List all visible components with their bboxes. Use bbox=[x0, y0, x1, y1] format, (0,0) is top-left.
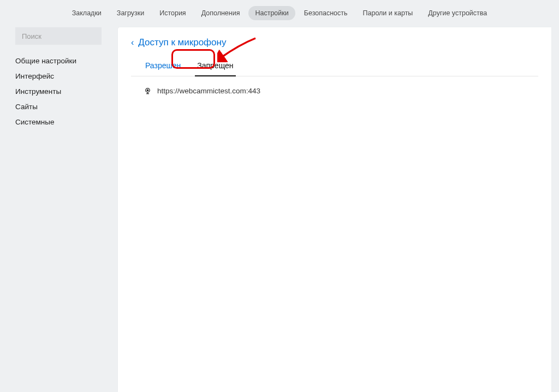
site-row[interactable]: https://webcammictest.com:443 bbox=[143, 86, 526, 95]
topnav-other-devices[interactable]: Другие устройства bbox=[421, 6, 493, 20]
site-list: https://webcammictest.com:443 bbox=[131, 76, 538, 105]
sidebar-item-sites[interactable]: Сайты bbox=[15, 99, 109, 114]
topnav-downloads[interactable]: Загрузки bbox=[110, 6, 151, 20]
topnav-addons[interactable]: Дополнения bbox=[195, 6, 247, 20]
back-chevron-icon[interactable]: ‹ bbox=[131, 38, 134, 47]
sidebar-item-general[interactable]: Общие настройки bbox=[15, 54, 109, 68]
sidebar: Общие настройки Интерфейс Инструменты Са… bbox=[15, 27, 109, 392]
webcam-icon bbox=[143, 86, 152, 95]
page-title[interactable]: Доступ к микрофону bbox=[138, 37, 226, 48]
top-navigation: Закладки Загрузки История Дополнения Нас… bbox=[0, 0, 559, 22]
topnav-bookmarks[interactable]: Закладки bbox=[66, 6, 108, 20]
sidebar-item-tools[interactable]: Инструменты bbox=[15, 84, 109, 99]
search-input[interactable] bbox=[15, 27, 102, 45]
permission-tabs: Разрешен Запрещен bbox=[131, 58, 538, 76]
tab-denied[interactable]: Запрещен bbox=[195, 58, 235, 76]
sidebar-item-system[interactable]: Системные bbox=[15, 115, 109, 129]
svg-point-1 bbox=[147, 90, 148, 91]
sidebar-item-interface[interactable]: Интерфейс bbox=[15, 69, 109, 84]
topnav-passwords-cards[interactable]: Пароли и карты bbox=[356, 6, 420, 20]
topnav-history[interactable]: История bbox=[153, 6, 192, 20]
site-url: https://webcammictest.com:443 bbox=[157, 87, 260, 95]
topnav-security[interactable]: Безопасность bbox=[298, 6, 354, 20]
tab-allowed[interactable]: Разрешен bbox=[143, 58, 183, 76]
content-wrapper: Общие настройки Интерфейс Инструменты Са… bbox=[0, 22, 559, 392]
main-panel: ‹ Доступ к микрофону Разрешен Запрещен h… bbox=[118, 27, 551, 392]
page-title-row: ‹ Доступ к микрофону bbox=[131, 37, 538, 48]
topnav-settings[interactable]: Настройки bbox=[248, 6, 295, 20]
